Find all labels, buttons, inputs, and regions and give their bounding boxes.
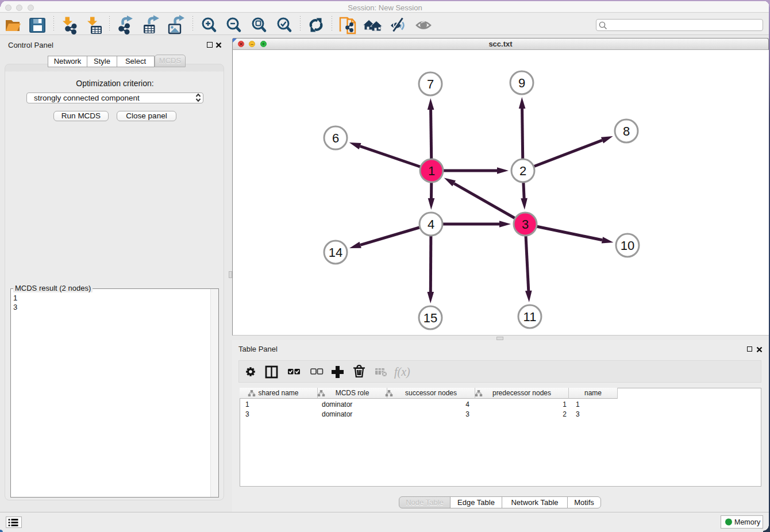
- svg-text:11: 11: [523, 310, 537, 324]
- svg-text:9: 9: [518, 76, 525, 90]
- svg-text:7: 7: [427, 77, 434, 91]
- svg-text:3: 3: [522, 217, 529, 232]
- svg-text:Memory: Memory: [734, 518, 761, 526]
- svg-text:1: 1: [428, 164, 435, 178]
- svg-text:2: 2: [519, 164, 526, 178]
- svg-text:10: 10: [621, 238, 634, 253]
- svg-text:14: 14: [329, 245, 342, 260]
- svg-text:4: 4: [428, 217, 434, 232]
- svg-text:f(x): f(x): [394, 365, 410, 379]
- svg-text:6: 6: [332, 131, 339, 145]
- svg-text:15: 15: [424, 311, 437, 325]
- svg-text:8: 8: [623, 124, 630, 138]
